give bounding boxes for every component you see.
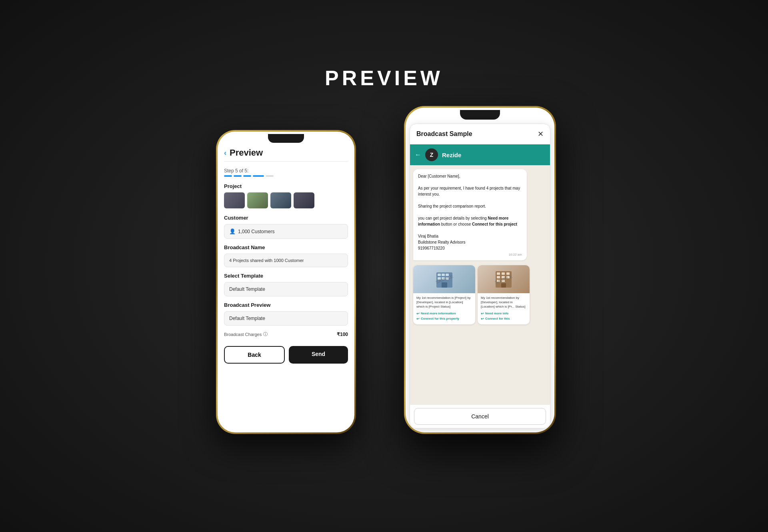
front-phone-notch [460, 110, 500, 120]
back-phone-screen: ‹ Preview Step 5 of 5: [218, 143, 354, 432]
chat-messages: Dear [Customer Name], As per your requir… [410, 165, 550, 405]
project-image-3 [270, 192, 291, 208]
svg-rect-17 [501, 283, 506, 288]
project-images [224, 192, 348, 208]
svg-rect-1 [438, 274, 441, 276]
charges-label-text: Broadcast Charges [224, 332, 262, 337]
page-container: PREVIEW ‹ Preview Step 5 of 5: [0, 0, 768, 532]
back-phone-title: Preview [230, 148, 263, 158]
step-dot-2 [234, 175, 242, 177]
project-section: Project [224, 183, 348, 208]
property-card-2-btn1[interactable]: ↩ Need more info [481, 312, 526, 316]
prop-btn-2-icon: ↩ [416, 317, 420, 321]
main-message-bubble: Dear [Customer Name], As per your requir… [413, 169, 527, 260]
step-dot-4 [253, 175, 264, 177]
step-text: Step 5 of 5: [224, 168, 348, 174]
prop-btn-1-icon: ↩ [416, 312, 420, 316]
svg-rect-2 [442, 274, 445, 276]
project-image-1 [224, 192, 245, 208]
template-value-field[interactable]: Default Template [224, 282, 348, 296]
svg-rect-10 [502, 272, 505, 275]
property-card-2-body: My 1st recommendation by [Developer], lo… [478, 293, 530, 324]
svg-rect-9 [497, 272, 500, 275]
charges-amount: ₹100 [337, 332, 348, 337]
msg-line3: you can get project details by selecting… [418, 216, 517, 226]
msg-line2: Sharing the project comparison report. [418, 204, 486, 208]
property-card-1-image: SAMPLE [413, 265, 475, 293]
prop-btn-3-icon: ↩ [481, 312, 484, 316]
customer-value: 1,000 Customers [238, 229, 274, 234]
message-text: Dear [Customer Name], As per your requir… [418, 173, 522, 251]
back-phone-header: ‹ Preview [224, 148, 348, 162]
customer-label: Customer [224, 215, 348, 221]
prop-btn-4-label: Connect for this [485, 317, 510, 320]
back-nav-arrow[interactable]: ‹ [224, 149, 226, 157]
modal-close-button[interactable]: ✕ [538, 130, 544, 138]
step-dot-1 [224, 175, 232, 177]
chat-container: ← Z Rezide Dear [Customer Name], As per … [410, 144, 550, 405]
property-card-1-btn2[interactable]: ↩ Connect for this property [416, 317, 472, 321]
phones-container: ‹ Preview Step 5 of 5: [204, 106, 564, 466]
send-button[interactable]: Send [289, 346, 348, 364]
broadcast-preview-field: Default Template [224, 311, 348, 326]
broadcast-preview-value: Default Template [229, 316, 265, 321]
front-phone: Broadcast Sample ✕ ← Z Rezide [404, 106, 556, 434]
project-image-2 [247, 192, 268, 208]
modal-header: Broadcast Sample ✕ [410, 124, 550, 144]
chat-avatar: Z [425, 148, 438, 161]
charges-info-icon: ⓘ [263, 331, 268, 337]
property-card-2-btn2[interactable]: ↩ Connect for this [481, 317, 526, 321]
step-dot-3 [243, 175, 251, 177]
broadcast-name-label: Broadcast Name [224, 244, 348, 250]
msg-line1: As per your requirement, I have found 4 … [418, 186, 520, 196]
back-phone-buttons: Back Send [224, 343, 348, 367]
msg-bold2: Connect for this project [472, 222, 517, 226]
step-indicator: Step 5 of 5: [224, 168, 348, 177]
property-card-2-image: SAMPLE [478, 265, 530, 293]
property-cards: SAMPLE My 1st recommendation is [Project… [413, 265, 547, 324]
customer-icon: 👤 [229, 228, 236, 234]
back-phone-notch [268, 134, 304, 143]
broadcast-name-field: 4 Projects shared with 1000 Customer [224, 254, 348, 267]
modal-title: Broadcast Sample [416, 130, 472, 138]
broadcast-charges-row: Broadcast Charges ⓘ ₹100 [224, 331, 348, 337]
cancel-button[interactable]: Cancel [414, 408, 546, 425]
broadcast-modal: Broadcast Sample ✕ ← Z Rezide [410, 124, 550, 428]
broadcast-preview-label: Broadcast Preview [224, 302, 348, 308]
prop-btn-4-icon: ↩ [481, 317, 484, 321]
back-button[interactable]: Back [224, 346, 285, 364]
prop-btn-2-label: Connect for this property [421, 317, 459, 320]
template-label: Select Template [224, 273, 348, 279]
front-phone-inner: Broadcast Sample ✕ ← Z Rezide [406, 108, 554, 432]
message-time: 10:22 am [418, 253, 522, 256]
property-card-1: SAMPLE My 1st recommendation is [Project… [413, 265, 475, 324]
back-phone: ‹ Preview Step 5 of 5: [216, 130, 356, 434]
template-section: Select Template Default Template [224, 273, 348, 296]
customer-section: Customer 👤 1,000 Customers [224, 215, 348, 239]
step-dot-5 [266, 175, 274, 177]
customer-value-field: 👤 1,000 Customers [224, 224, 348, 239]
page-title: PREVIEW [325, 66, 443, 90]
msg-greeting: Dear [Customer Name], [418, 174, 460, 178]
chat-back-arrow[interactable]: ← [415, 151, 421, 158]
step-dots [224, 175, 348, 177]
project-label: Project [224, 183, 348, 189]
prop-btn-3-label: Need more info [485, 312, 508, 315]
property-card-1-body: My 1st recommendation is [Project] by [D… [413, 293, 475, 324]
back-phone-inner: ‹ Preview Step 5 of 5: [218, 132, 354, 432]
msg-signature-phone: 919967719220 [418, 246, 445, 250]
property-card-1-desc: My 1st recommendation is [Project] by [D… [416, 296, 472, 309]
property-card-2-desc: My 1st recommendation by [Developer], lo… [481, 296, 526, 309]
broadcast-name-section: Broadcast Name 4 Projects shared with 10… [224, 244, 348, 267]
svg-rect-7 [442, 282, 447, 288]
chat-contact-name: Rezide [442, 152, 461, 158]
template-value: Default Template [229, 286, 265, 292]
property-card-1-btn1[interactable]: ↩ Need more information [416, 312, 472, 316]
msg-signature-name: Viraj Bhatia [418, 234, 438, 238]
project-image-4 [294, 192, 314, 208]
broadcast-name-value: 4 Projects shared with 1000 Customer [229, 258, 304, 263]
prop-btn-1-label: Need more information [421, 312, 456, 315]
property-card-2: SAMPLE My 1st recommendation by [Develop… [478, 265, 530, 324]
charges-label: Broadcast Charges ⓘ [224, 331, 268, 337]
chat-header: ← Z Rezide [410, 144, 550, 165]
